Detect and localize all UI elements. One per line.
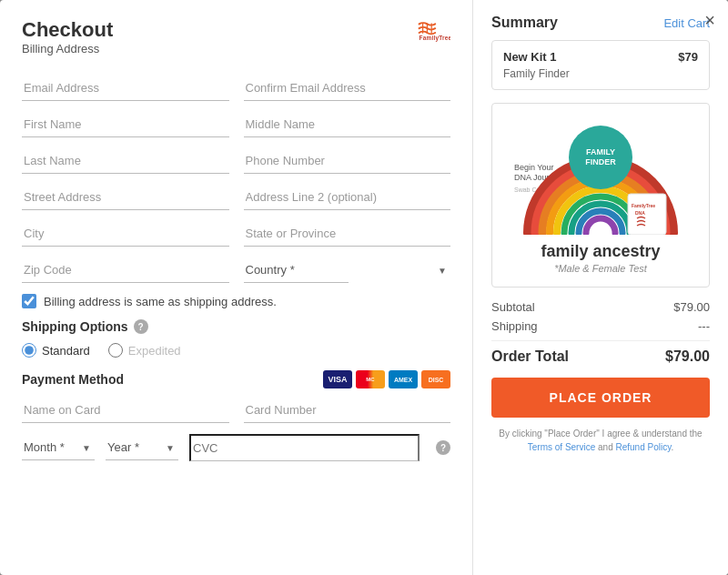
address2-field-wrapper (244, 185, 451, 210)
shipping-label: Shipping (491, 319, 538, 333)
zip-field-wrapper (22, 257, 229, 283)
terms-text: By clicking "Place Order" I agree & unde… (491, 427, 710, 454)
phone-field-wrapper (244, 148, 451, 174)
billing-same-shipping-label: Billing address is same as shipping addr… (44, 295, 277, 308)
order-total-label: Order Total (491, 348, 569, 365)
city-field-wrapper (22, 221, 229, 247)
street-input[interactable] (22, 185, 229, 210)
year-select-wrapper: Year * 202420252026 202720282029 ▼ (106, 435, 178, 460)
middle-name-input[interactable] (244, 112, 451, 137)
product-badge: FAMILY FINDER (569, 126, 632, 189)
shipping-options-row: Standard Expedited (22, 343, 450, 358)
month-select-wrapper: Month * 01020304 05060708 09101112 ▼ (22, 435, 95, 460)
svg-rect-4 (628, 194, 666, 235)
expedited-option: Expedited (108, 343, 181, 358)
cvc-help-icon[interactable]: ? (436, 440, 450, 455)
order-total-row: Order Total $79.00 (491, 340, 710, 365)
confirm-email-field-wrapper (244, 76, 451, 101)
payment-section-title: Payment Method (22, 372, 124, 387)
terms-line1: By clicking "Place Order" I agree & unde… (499, 429, 702, 439)
month-select[interactable]: Month * 01020304 05060708 09101112 (22, 435, 95, 460)
address-row (22, 185, 450, 210)
logo-area: FamilyTreeDNA (378, 18, 450, 44)
refund-policy-link[interactable]: Refund Policy (615, 442, 671, 452)
discover-icon: DISC (421, 370, 450, 388)
standard-radio[interactable] (22, 343, 36, 358)
phone-input[interactable] (244, 148, 451, 174)
email-input[interactable] (22, 76, 229, 101)
amex-icon: AMEX (389, 370, 418, 388)
order-item-price: $79 (678, 50, 698, 64)
first-name-field-wrapper (22, 112, 229, 137)
lastname-phone-row (22, 148, 450, 174)
country-chevron-icon: ▼ (438, 266, 447, 276)
shipping-section-title: Shipping Options ? (22, 319, 450, 334)
billing-same-shipping-row: Billing address is same as shipping addr… (22, 294, 450, 308)
state-field-wrapper (244, 221, 451, 247)
edit-cart-link[interactable]: Edit Cart (663, 16, 710, 30)
city-input[interactable] (22, 221, 229, 247)
email-field-wrapper (22, 76, 229, 101)
order-item-sub: Family Finder (503, 67, 698, 80)
card-name-number-row (22, 398, 450, 423)
svg-text:FamilyTree: FamilyTree (632, 203, 655, 208)
last-name-field-wrapper (22, 148, 229, 174)
country-select[interactable]: Country * United States Canada United Ki… (244, 257, 349, 283)
left-panel: Checkout Billing Address FamilyTreeDNA (0, 0, 473, 575)
product-subtitle: *Male & Female Test (554, 263, 647, 274)
email-row (22, 76, 450, 101)
order-total-value: $79.00 (665, 348, 710, 365)
billing-same-shipping-checkbox[interactable] (22, 294, 36, 308)
zip-country-row: Country * United States Canada United Ki… (22, 257, 450, 283)
name-row (22, 112, 450, 137)
subtotal-label: Subtotal (491, 300, 535, 314)
street-field-wrapper (22, 185, 229, 210)
name-on-card-input[interactable] (22, 398, 229, 423)
product-image-box: FAMILY FINDER Begin Your DNA Journey Swa… (491, 103, 710, 288)
visa-icon: VISA (323, 370, 352, 388)
mastercard-icon: MC (356, 370, 385, 388)
country-select-wrapper: Country * United States Canada United Ki… (244, 257, 451, 283)
right-panel: × Summary Edit Cart New Kit 1 $79 Family… (473, 0, 728, 575)
payment-title-text: Payment Method (22, 372, 124, 387)
first-name-input[interactable] (22, 112, 229, 137)
expedited-label: Expedited (128, 344, 181, 358)
order-item-row: New Kit 1 $79 (503, 50, 698, 64)
checkout-title-area: Checkout Billing Address (22, 18, 113, 68)
shipping-row: Shipping --- (491, 319, 710, 333)
year-select[interactable]: Year * 202420252026 202720282029 (106, 435, 178, 460)
place-order-button[interactable]: PLACE ORDER (491, 378, 710, 418)
name-on-card-wrapper (22, 398, 229, 423)
last-name-input[interactable] (22, 148, 229, 174)
svg-text:FamilyTreeDNA: FamilyTreeDNA (420, 35, 450, 42)
product-badge-line2: FINDER (585, 157, 616, 167)
product-name: family ancestry (541, 242, 660, 261)
confirm-email-input[interactable] (244, 76, 451, 101)
state-input[interactable] (244, 221, 451, 247)
standard-option: Standard (22, 343, 90, 358)
middle-name-field-wrapper (244, 112, 451, 137)
terms-of-service-link[interactable]: Terms of Service (528, 442, 595, 452)
cvc-input[interactable] (189, 434, 420, 461)
card-icons-group: VISA MC AMEX DISC (323, 370, 450, 388)
checkout-title: Checkout (22, 18, 113, 42)
expedited-radio[interactable] (108, 343, 123, 358)
billing-address-label: Billing Address (22, 42, 113, 55)
standard-label: Standard (42, 344, 90, 358)
terms-end: . (671, 442, 673, 452)
address2-input[interactable] (244, 185, 451, 210)
order-item-box: New Kit 1 $79 Family Finder (491, 40, 710, 90)
payment-header: Payment Method VISA MC AMEX DISC (22, 370, 450, 388)
shipping-help-icon[interactable]: ? (134, 319, 148, 334)
shipping-value: --- (698, 319, 710, 333)
country-field-wrapper: Country * United States Canada United Ki… (244, 257, 451, 283)
subtotal-row: Subtotal $79.00 (491, 300, 710, 314)
summary-header: Summary Edit Cart (491, 15, 710, 31)
card-number-input[interactable] (244, 398, 451, 423)
expiry-cvc-row: Month * 01020304 05060708 09101112 ▼ Yea… (22, 434, 450, 461)
checkout-modal: Checkout Billing Address FamilyTreeDNA (0, 0, 728, 575)
shipping-title-text: Shipping Options (22, 319, 128, 334)
close-button[interactable]: × (704, 11, 715, 29)
svg-text:DNA: DNA (635, 210, 645, 216)
zip-input[interactable] (22, 257, 229, 283)
